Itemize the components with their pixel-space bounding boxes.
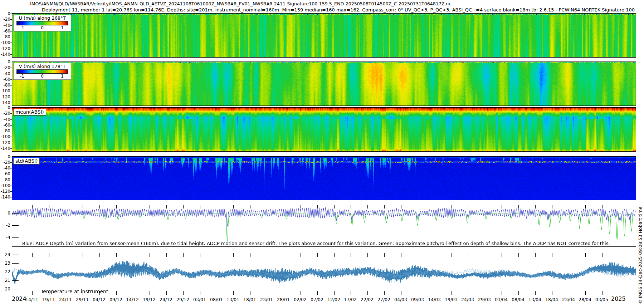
x-tick-mark <box>301 253 301 257</box>
y-tick-label: 22 <box>0 269 10 274</box>
x-tick-label: 24/12 <box>160 297 172 302</box>
x-tick-mark <box>150 205 150 209</box>
x-tick-mark <box>301 291 301 295</box>
x-tick-mark <box>468 205 468 209</box>
y-tick-mark <box>10 191 12 192</box>
std-absi-label: std(ABSI) <box>13 158 40 165</box>
y-tick-label: -20 <box>0 65 10 70</box>
y-tick-label: -120 <box>0 46 10 51</box>
u-velocity-heatmap-canvas <box>12 14 636 57</box>
x-tick-mark <box>535 205 536 209</box>
y-tick-label: 0 <box>0 59 10 64</box>
x-tick-mark <box>200 205 200 209</box>
x-tick-mark <box>99 205 100 209</box>
v-velocity-heatmap-canvas <box>12 62 636 106</box>
x-tick-mark <box>49 253 49 257</box>
x-tick-mark <box>317 291 318 295</box>
x-tick-mark <box>401 253 401 257</box>
x-tick-mark <box>535 291 536 295</box>
x-tick-mark <box>301 205 301 209</box>
y-tick-label: -80 <box>0 83 10 88</box>
depth-variation-note: Blue: ADCP Depth (m) variation from sens… <box>22 241 610 246</box>
x-tick-label: 09/03 <box>411 297 424 302</box>
x-tick-label: 03/05 <box>595 297 608 302</box>
y-tick-mark <box>12 213 19 214</box>
x-tick-mark <box>66 205 66 209</box>
x-tick-mark <box>351 291 351 295</box>
y-tick-label: -40 <box>0 23 10 28</box>
x-tick-mark <box>233 205 234 209</box>
x-tick-mark <box>317 253 318 257</box>
adcp-mooring-figure: IMOS/ANMN/QLD/NWSBAR/Velocity/IMOS_ANMN-… <box>0 0 644 304</box>
panel-mean-absi-heatmap: mean(ABSI) 0-20-40-60-80-100-120-140 <box>12 107 636 152</box>
y-tick-label: -100 <box>0 88 10 93</box>
x-tick-mark <box>569 205 569 209</box>
y-tick-mark <box>12 225 19 226</box>
u-legend-title: U (m/s) along 268°T <box>14 15 71 21</box>
y-tick-label: -140 <box>0 195 10 200</box>
y-tick-label: -60 <box>0 77 10 82</box>
x-tick-mark <box>585 205 586 209</box>
x-tick-label: 02/02 <box>294 297 307 302</box>
panel-depth-variation: Blue: ADCP Depth (m) variation from sens… <box>12 205 636 247</box>
x-tick-label: 28/01 <box>277 297 290 302</box>
x-tick-mark <box>284 291 284 295</box>
u-colorbar-tick-zero: 0 <box>41 25 44 30</box>
y-tick-mark <box>10 157 12 157</box>
x-tick-label: 29/11 <box>76 297 89 302</box>
x-tick-mark <box>267 205 267 209</box>
y-tick-mark <box>10 186 12 186</box>
x-tick-mark <box>452 205 452 209</box>
x-tick-mark <box>150 253 150 257</box>
y-tick-label: -140 <box>0 52 10 57</box>
x-tick-mark <box>569 291 569 295</box>
y-tick-label: -100 <box>0 134 10 139</box>
y-tick-mark <box>10 103 12 103</box>
date-axis: 14/1119/1124/1129/1104/1209/1214/1219/12… <box>12 296 636 304</box>
x-tick-label: 23/01 <box>260 297 273 302</box>
x-tick-label: 19/12 <box>143 297 156 302</box>
y-tick-mark <box>10 31 12 31</box>
x-tick-mark <box>99 253 100 257</box>
x-tick-mark <box>200 253 200 257</box>
x-tick-mark <box>317 205 318 209</box>
x-tick-mark <box>452 291 452 295</box>
x-tick-label: 13/04 <box>528 297 541 302</box>
y-tick-label: 0 <box>0 154 10 159</box>
x-tick-mark <box>32 291 33 295</box>
x-tick-mark <box>133 205 133 209</box>
x-tick-mark <box>217 205 217 209</box>
x-tick-mark <box>502 291 502 295</box>
x-tick-label: 04/03 <box>394 297 407 302</box>
y-tick-mark <box>10 168 12 168</box>
y-tick-mark <box>10 85 12 85</box>
y-tick-mark <box>10 37 12 37</box>
x-tick-mark <box>83 253 83 257</box>
x-tick-label: 28/04 <box>579 297 591 302</box>
y-tick-label: -20 <box>0 160 10 165</box>
x-tick-mark <box>552 205 552 209</box>
x-tick-mark <box>83 205 83 209</box>
x-tick-mark <box>435 291 435 295</box>
y-tick-mark <box>10 74 12 74</box>
x-tick-mark <box>116 291 117 295</box>
y-tick-mark <box>10 119 12 120</box>
x-tick-label: 24/11 <box>59 297 72 302</box>
x-tick-mark <box>518 205 519 209</box>
y-tick-mark <box>10 174 12 174</box>
x-tick-mark <box>166 205 167 209</box>
x-tick-label: 14/12 <box>126 297 139 302</box>
x-tick-mark <box>602 291 602 295</box>
y-tick-label: -140 <box>0 100 10 105</box>
y-tick-label: -80 <box>0 34 10 39</box>
x-tick-mark <box>334 253 335 257</box>
y-tick-mark <box>10 49 12 49</box>
u-colorbar-tick-min: -1 <box>20 25 24 30</box>
v-colorbar <box>16 69 68 74</box>
depth-variation-canvas <box>12 205 636 246</box>
x-tick-mark <box>66 253 66 257</box>
y-tick-label: -120 <box>0 140 10 145</box>
x-tick-mark <box>518 291 519 295</box>
y-tick-mark <box>12 280 19 281</box>
y-tick-label: -80 <box>0 128 10 133</box>
